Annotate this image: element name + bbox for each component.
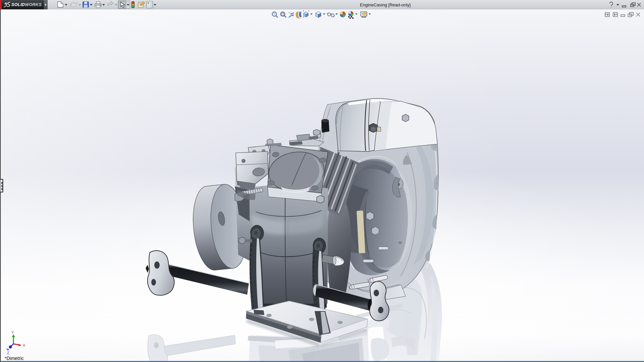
svg-text:Y: Y xyxy=(11,330,14,335)
svg-text:X: X xyxy=(23,343,25,347)
svg-text:Z: Z xyxy=(7,351,9,355)
svg-text:*Dimetric: *Dimetric xyxy=(5,356,24,361)
